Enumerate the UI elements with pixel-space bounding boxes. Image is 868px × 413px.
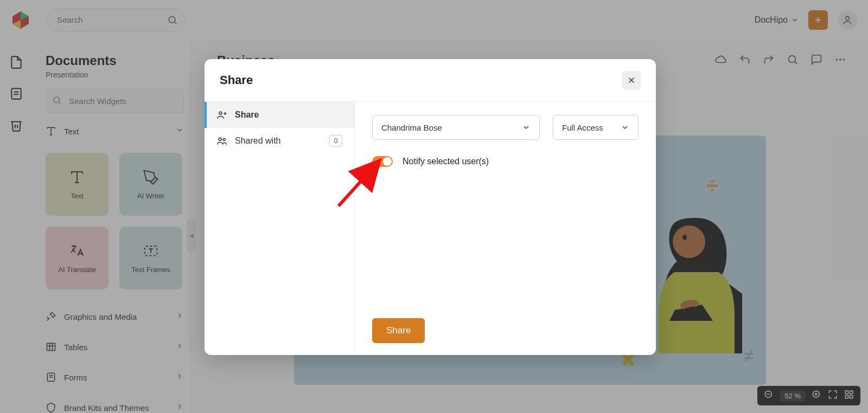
modal-title: Share (220, 73, 253, 87)
svg-point-45 (219, 138, 221, 140)
notify-toggle[interactable] (372, 156, 393, 167)
nav-share[interactable]: Share (205, 102, 354, 128)
share-button[interactable]: Share (372, 318, 425, 343)
chevron-down-icon (621, 123, 629, 132)
svg-point-46 (223, 138, 225, 140)
user-select[interactable]: Chandrima Bose (372, 115, 540, 140)
close-button[interactable] (622, 71, 641, 89)
notify-label: Notify selected user(s) (403, 157, 489, 166)
chevron-down-icon (522, 123, 531, 132)
nav-shared-with[interactable]: Shared with 0 (205, 128, 354, 154)
people-icon (216, 135, 227, 146)
people-add-icon (216, 109, 227, 120)
shared-count-badge: 0 (329, 135, 342, 147)
access-select[interactable]: Full Access (553, 115, 639, 140)
modal-content: Chandrima Bose Full Access Notify select… (355, 102, 656, 355)
share-modal: Share Share Shared with 0 Chandrima Bose (205, 59, 656, 355)
close-icon (627, 75, 636, 85)
svg-point-42 (219, 112, 222, 114)
modal-nav: Share Shared with 0 (205, 102, 355, 355)
